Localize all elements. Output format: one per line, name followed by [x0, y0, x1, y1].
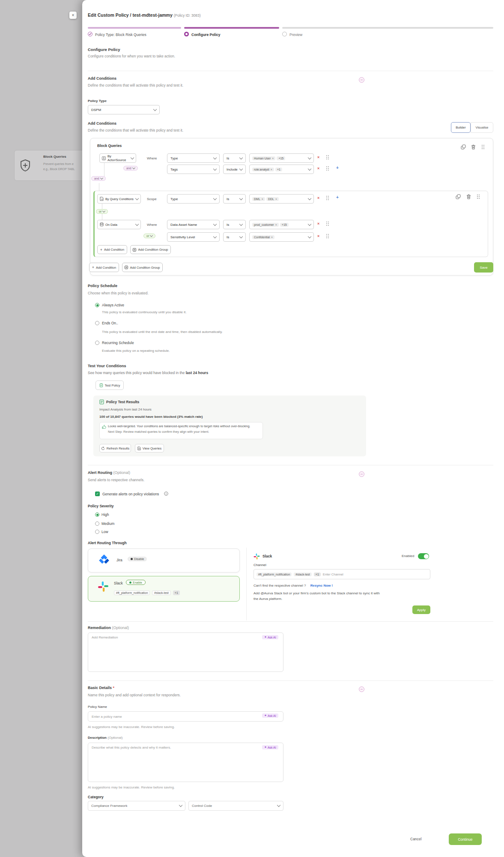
delete-group-icon[interactable]: [466, 194, 471, 199]
jira-disable-badge[interactable]: Disable: [128, 557, 147, 561]
slack-enable-badge[interactable]: Enable: [126, 580, 146, 585]
visualise-tab[interactable]: Visualise: [471, 122, 493, 133]
remove-condition-icon[interactable]: ×: [317, 234, 319, 238]
step2-label[interactable]: Configure Policy: [191, 33, 221, 37]
step3-label[interactable]: Preview: [289, 33, 302, 37]
severity-low-radio[interactable]: [95, 530, 99, 534]
field-select[interactable]: Tags: [167, 165, 220, 174]
entity-select-on-data[interactable]: On Data: [97, 220, 141, 229]
remove-icon[interactable]: ×: [262, 198, 263, 201]
severity-medium-label[interactable]: Medium: [101, 521, 114, 526]
operator-select[interactable]: Is: [223, 153, 246, 163]
field-select[interactable]: Data Asset Name: [167, 220, 220, 229]
always-active-radio[interactable]: [95, 303, 99, 307]
remove-icon[interactable]: ×: [271, 168, 272, 171]
policy-name-input[interactable]: [88, 711, 283, 722]
remove-icon[interactable]: ×: [272, 157, 274, 160]
more-values-chip[interactable]: +15: [280, 223, 289, 227]
more-channels-chip[interactable]: +1: [173, 590, 180, 595]
close-icon[interactable]: ×: [69, 12, 77, 19]
view-queries-button[interactable]: View Queries: [135, 444, 164, 452]
generate-alerts-label[interactable]: Generate alerts on policy violations: [102, 492, 159, 496]
add-condition-group-button[interactable]: Add Condition Group: [130, 245, 171, 254]
ask-ai-button[interactable]: ✦ Ask AI: [262, 635, 278, 639]
remove-icon[interactable]: ×: [275, 223, 277, 226]
ask-ai-button[interactable]: ✦ Ask AI: [262, 713, 278, 718]
entity-select-query-conditions[interactable]: By Query Conditions: [97, 194, 141, 204]
remove-condition-icon[interactable]: ×: [317, 155, 319, 159]
ends-on-label[interactable]: Ends On..: [102, 321, 118, 325]
more-values-chip[interactable]: +15: [277, 156, 285, 160]
footer-cancel-button[interactable]: Cancel: [410, 837, 421, 841]
severity-high-radio[interactable]: [95, 512, 99, 517]
field-select[interactable]: Sensitivity Level: [167, 232, 220, 242]
row-drag-icon[interactable]: [326, 234, 329, 239]
row-drag-icon[interactable]: [326, 155, 329, 160]
outer-join-pill[interactable]: and: [91, 176, 106, 181]
resync-now-link[interactable]: Resync Now !: [310, 584, 333, 587]
join-operator-pill[interactable]: and: [123, 166, 138, 171]
add-condition-group-button[interactable]: Add Condition Group: [122, 263, 163, 272]
severity-medium-radio[interactable]: [95, 521, 99, 526]
row-drag-icon[interactable]: [326, 195, 329, 201]
drag-handle-icon[interactable]: [477, 194, 480, 199]
add-condition-row-icon[interactable]: +: [336, 165, 339, 170]
more-channels-chip[interactable]: +1: [314, 572, 321, 576]
channel-input[interactable]: #ft_platform_notification #slack-test +1…: [253, 569, 430, 579]
remove-condition-icon[interactable]: ×: [317, 196, 319, 200]
entity-select-actor-source[interactable]: By Actor/Source: [99, 153, 136, 163]
remove-icon[interactable]: ×: [275, 198, 277, 201]
step1-label[interactable]: Policy Type: Block Risk Queries: [95, 33, 146, 37]
slack-enabled-toggle[interactable]: [418, 553, 429, 559]
ends-on-radio[interactable]: [95, 321, 99, 325]
more-values-chip[interactable]: +1: [275, 168, 282, 171]
add-condition-button[interactable]: + Add Condition: [97, 245, 127, 254]
row-drag-icon[interactable]: [326, 221, 329, 226]
group-join-pill[interactable]: or: [96, 209, 108, 214]
refresh-results-button[interactable]: Refresh Results: [99, 444, 131, 452]
operator-select[interactable]: Is: [223, 232, 246, 242]
footer-continue-button[interactable]: Continue: [449, 833, 482, 845]
join-operator-pill[interactable]: or: [143, 234, 155, 238]
compliance-framework-select[interactable]: Compliance Framework: [88, 801, 185, 811]
values-multiselect[interactable]: prod_customer× +15: [249, 220, 314, 229]
row-drag-icon[interactable]: [326, 166, 329, 171]
severity-low-label[interactable]: Low: [101, 530, 108, 534]
values-multiselect[interactable]: DML× DDL×: [249, 194, 314, 204]
operator-select[interactable]: Is: [223, 220, 246, 229]
field-select[interactable]: Type: [167, 194, 220, 204]
delete-group-icon[interactable]: [471, 144, 476, 150]
step3-dot-icon[interactable]: [282, 32, 287, 36]
always-active-label[interactable]: Always Active: [102, 303, 124, 307]
remediation-textarea[interactable]: [88, 632, 283, 672]
ask-ai-button[interactable]: ✦ Ask AI: [262, 745, 278, 749]
add-condition-row-icon[interactable]: +: [336, 195, 339, 200]
remove-condition-icon[interactable]: ×: [317, 222, 319, 226]
apply-button[interactable]: Apply: [412, 605, 430, 614]
add-condition-button[interactable]: + Add Condition: [89, 263, 119, 272]
values-multiselect[interactable]: Human User× +15: [249, 153, 314, 163]
save-button[interactable]: Save: [474, 262, 493, 273]
recurring-schedule-radio[interactable]: [95, 341, 99, 345]
operator-select[interactable]: Include: [223, 165, 246, 174]
recurring-schedule-label[interactable]: Recurring Schedule: [102, 341, 134, 345]
duplicate-group-icon[interactable]: [461, 144, 466, 150]
severity-high-label[interactable]: High: [101, 512, 109, 517]
collapse-section-icon[interactable]: –: [359, 471, 364, 477]
drag-handle-icon[interactable]: [481, 144, 485, 150]
step2-dot-icon[interactable]: [184, 32, 189, 36]
builder-tab[interactable]: Builder: [451, 122, 471, 133]
step1-check-icon[interactable]: [88, 32, 92, 36]
collapse-section-icon[interactable]: –: [359, 686, 364, 692]
description-textarea[interactable]: [88, 743, 283, 782]
generate-alerts-checkbox[interactable]: ✓: [95, 491, 100, 496]
info-icon[interactable]: [164, 491, 168, 496]
collapse-section-icon[interactable]: –: [359, 77, 364, 83]
remove-condition-icon[interactable]: ×: [317, 166, 319, 171]
values-multiselect[interactable]: Confidential×: [249, 232, 314, 242]
values-multiselect[interactable]: role:analyst× +1: [249, 165, 314, 174]
jira-card[interactable]: [88, 548, 240, 572]
remove-icon[interactable]: ×: [271, 236, 273, 239]
field-select[interactable]: Type: [167, 153, 220, 163]
control-code-select[interactable]: Control Code: [188, 801, 283, 811]
